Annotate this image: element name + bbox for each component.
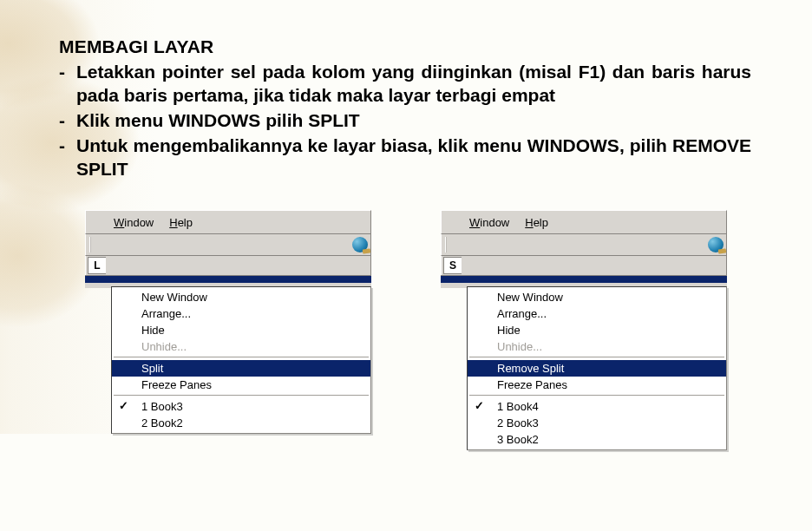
list-text: Letakkan pointer sel pada kolom yang dii… — [76, 61, 751, 108]
list-item: - Klik menu WINDOWS pilih SPLIT — [59, 109, 751, 133]
menu-item-remove-split[interactable]: Remove Split — [468, 360, 726, 377]
menu-item-arrange[interactable]: Arrange... — [112, 305, 370, 322]
menu-item-new-window[interactable]: New Window — [112, 289, 370, 305]
menu-item-hide[interactable]: Hide — [112, 322, 370, 338]
menu-item-workbook-2[interactable]: 2 Book3 — [468, 415, 726, 431]
menu-item-unhide: Unhide... — [112, 338, 370, 355]
column-header-strip — [441, 275, 727, 283]
toolbar-fragment — [85, 234, 371, 256]
menu-separator — [469, 357, 724, 358]
list-text: Untuk mengembalikannya ke layar biasa, k… — [76, 134, 751, 181]
menubar-item-window[interactable]: Window — [114, 216, 154, 229]
list-dash: - — [59, 109, 76, 133]
menu-item-new-window[interactable]: New Window — [468, 289, 726, 305]
list-dash: - — [59, 134, 76, 181]
check-icon: ✓ — [119, 399, 128, 412]
menu-item-hide[interactable]: Hide — [468, 322, 726, 338]
formula-bar-fragment: L — [85, 256, 371, 275]
name-box[interactable]: L — [88, 257, 106, 274]
menu-item-freeze-panes[interactable]: Freeze Panes — [468, 377, 726, 393]
menu-item-freeze-panes[interactable]: Freeze Panes — [112, 377, 370, 393]
list-item: - Untuk mengembalikannya ke layar biasa,… — [59, 134, 751, 181]
list-item: - Letakkan pointer sel pada kolom yang d… — [59, 61, 751, 108]
window-menu-dropdown: New Window Arrange... Hide Unhide... Spl… — [111, 286, 371, 434]
check-icon: ✓ — [475, 399, 484, 412]
slide-title: MEMBAGI LAYAR — [59, 36, 751, 57]
menubar: Window Help — [441, 210, 727, 234]
menu-separator — [114, 395, 369, 397]
column-header-strip — [85, 275, 371, 283]
name-box[interactable]: S — [443, 257, 462, 274]
menu-item-workbook-1[interactable]: ✓1 Book4 — [468, 398, 726, 415]
menu-separator — [469, 395, 724, 397]
menubar: Window Help — [85, 210, 371, 234]
excel-window-menu-remove-split: Window Help S New Window Arrange... Hide… — [441, 210, 727, 450]
excel-window-menu-split: Window Help L New Window Arrange... Hide… — [85, 210, 371, 450]
menu-item-workbook-2[interactable]: 2 Book2 — [112, 415, 370, 431]
menubar-item-help[interactable]: Help — [169, 216, 193, 229]
menu-separator — [114, 357, 369, 358]
globe-icon[interactable] — [708, 237, 724, 252]
screenshots-row: Window Help L New Window Arrange... Hide… — [59, 210, 751, 450]
window-menu-dropdown: New Window Arrange... Hide Unhide... Rem… — [467, 286, 727, 450]
menu-item-arrange[interactable]: Arrange... — [468, 305, 726, 322]
globe-icon[interactable] — [352, 237, 368, 252]
toolbar-grip-icon — [88, 237, 95, 252]
menu-item-workbook-1[interactable]: ✓1 Book3 — [112, 398, 370, 415]
menu-item-unhide: Unhide... — [468, 338, 726, 355]
menubar-item-help[interactable]: Help — [525, 216, 548, 229]
toolbar-fragment — [441, 234, 727, 256]
list-text: Klik menu WINDOWS pilih SPLIT — [76, 109, 751, 133]
menu-item-workbook-3[interactable]: 3 Book2 — [468, 431, 726, 448]
menu-item-split[interactable]: Split — [112, 360, 370, 377]
toolbar-grip-icon — [443, 237, 450, 252]
instruction-list: - Letakkan pointer sel pada kolom yang d… — [59, 61, 751, 180]
formula-bar-fragment: S — [441, 256, 727, 275]
slide-content: MEMBAGI LAYAR - Letakkan pointer sel pad… — [0, 0, 812, 450]
menubar-item-window[interactable]: Window — [469, 216, 509, 229]
list-dash: - — [59, 61, 76, 108]
